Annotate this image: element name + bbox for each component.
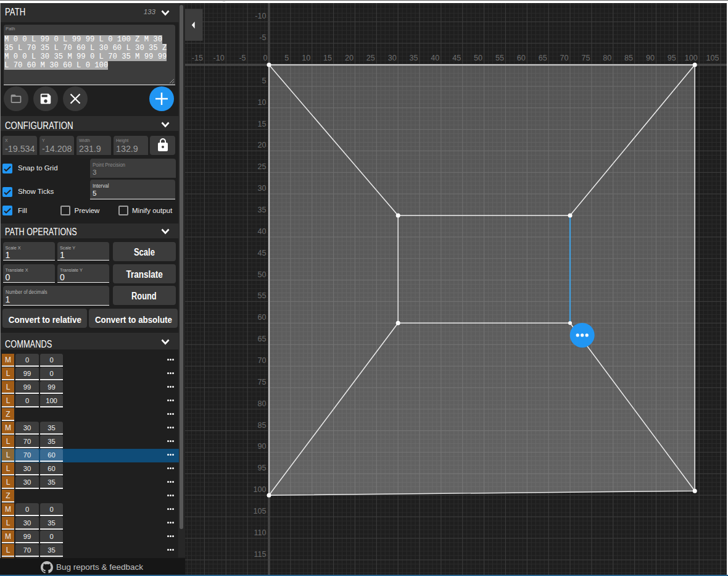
svg-text:20: 20 [345,54,354,62]
svg-text:65: 65 [539,54,547,62]
svg-text:100: 100 [685,54,698,62]
svg-text:10: 10 [257,98,266,107]
svg-text:-5: -5 [259,33,266,42]
svg-text:-5: -5 [239,54,246,62]
svg-text:45: 45 [452,54,461,62]
svg-text:20: 20 [257,141,266,149]
svg-text:25: 25 [257,162,266,171]
svg-text:60: 60 [257,313,266,322]
svg-text:-15: -15 [192,54,203,62]
svg-text:-10: -10 [255,12,266,20]
svg-text:35: 35 [410,54,418,62]
svg-text:45: 45 [257,249,266,257]
svg-text:30: 30 [257,184,266,193]
svg-text:95: 95 [257,464,266,472]
svg-text:-10: -10 [213,54,225,62]
svg-text:5: 5 [262,77,266,85]
svg-text:15: 15 [257,120,266,128]
svg-text:90: 90 [257,442,266,451]
svg-text:55: 55 [257,291,266,300]
svg-text:15: 15 [323,54,332,62]
svg-text:85: 85 [257,421,266,430]
svg-text:80: 80 [257,399,266,408]
svg-text:90: 90 [646,54,655,62]
svg-text:0: 0 [263,54,267,62]
svg-text:75: 75 [581,54,590,62]
svg-text:105: 105 [253,507,266,515]
svg-text:5: 5 [284,54,289,62]
svg-text:30: 30 [388,54,397,62]
svg-text:10: 10 [302,54,310,62]
svg-text:70: 70 [560,54,569,62]
svg-text:65: 65 [257,335,266,343]
svg-text:60: 60 [517,54,526,62]
svg-text:85: 85 [624,54,633,62]
svg-text:40: 40 [431,54,439,62]
svg-text:50: 50 [257,270,266,279]
svg-text:80: 80 [603,54,611,62]
svg-text:40: 40 [257,227,266,236]
svg-text:110: 110 [254,528,266,537]
svg-text:70: 70 [257,356,266,365]
svg-text:100: 100 [253,485,266,494]
svg-text:105: 105 [706,54,719,62]
svg-text:75: 75 [257,378,266,386]
svg-text:35: 35 [257,206,266,214]
svg-text:25: 25 [366,54,375,62]
svg-text:115: 115 [254,550,266,559]
svg-text:50: 50 [474,54,482,62]
svg-text:95: 95 [668,54,676,62]
svg-text:55: 55 [495,54,504,62]
